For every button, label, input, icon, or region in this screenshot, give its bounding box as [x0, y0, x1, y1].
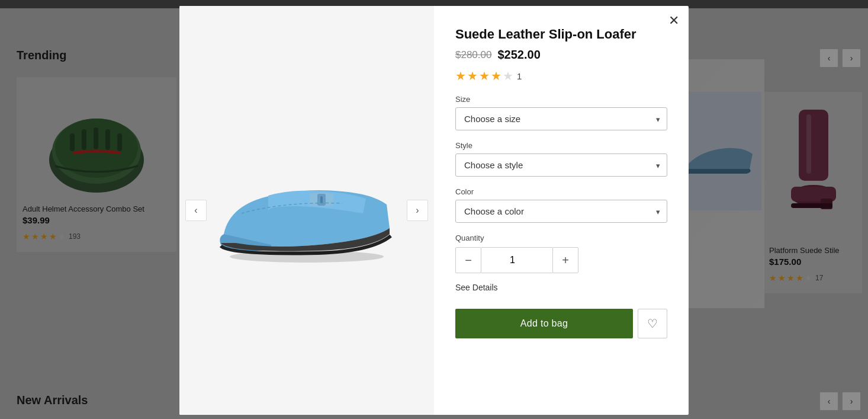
modal-star-2: ★	[467, 69, 478, 83]
style-label: Style	[455, 141, 667, 150]
modal-star-4: ★	[491, 69, 501, 83]
quantity-input[interactable]	[481, 247, 552, 273]
product-title: Suede Leather Slip-on Loafer	[455, 27, 667, 42]
price-row: $280.00 $252.00	[455, 48, 667, 62]
sale-price: $252.00	[497, 48, 540, 62]
modal-star-5-empty: ★	[503, 69, 513, 83]
size-select[interactable]: Choose a size 6 7 8 9 10 11 12	[455, 107, 667, 130]
product-stars: ★ ★ ★ ★ ★	[455, 69, 513, 83]
modal-close-button[interactable]: ✕	[668, 14, 679, 27]
modal-star-1: ★	[455, 69, 466, 83]
style-select-wrapper: Choose a style Casual Formal Sport ▾	[455, 153, 667, 177]
rating-row: ★ ★ ★ ★ ★ 1	[455, 69, 667, 83]
size-select-wrapper: Choose a size 6 7 8 9 10 11 12 ▾	[455, 107, 667, 130]
quantity-row: − +	[455, 247, 667, 273]
modal-details-section: ✕ Suede Leather Slip-on Loafer $280.00 $…	[434, 6, 689, 415]
style-select[interactable]: Choose a style Casual Formal Sport	[455, 153, 667, 177]
see-details-link[interactable]: See Details	[455, 283, 667, 292]
modal-prev-button[interactable]: ‹	[185, 200, 207, 221]
color-label: Color	[455, 187, 667, 196]
product-main-image	[212, 151, 401, 270]
wishlist-icon: ♡	[647, 316, 658, 331]
quantity-label: Quantity	[455, 234, 667, 242]
add-to-bag-button[interactable]: Add to bag	[455, 309, 633, 338]
size-label: Size	[455, 95, 667, 104]
quantity-increase-button[interactable]: +	[552, 247, 578, 273]
modal-image-section: ‹	[179, 6, 434, 415]
bottom-actions-row: Add to bag ♡	[455, 309, 667, 338]
loafer-svg	[212, 157, 401, 264]
svg-point-17	[230, 251, 384, 263]
original-price: $280.00	[455, 49, 491, 61]
modal-overlay: ‹	[0, 0, 868, 419]
review-count: 1	[517, 71, 522, 81]
modal-next-button[interactable]: ›	[407, 200, 428, 221]
quantity-decrease-button[interactable]: −	[455, 247, 481, 273]
modal-star-3: ★	[479, 69, 490, 83]
wishlist-button[interactable]: ♡	[638, 309, 667, 338]
product-modal: ‹	[179, 6, 689, 415]
color-select[interactable]: Choose a color Blue Black Brown White	[455, 200, 667, 223]
svg-rect-16	[320, 196, 323, 203]
color-select-wrapper: Choose a color Blue Black Brown White ▾	[455, 200, 667, 223]
